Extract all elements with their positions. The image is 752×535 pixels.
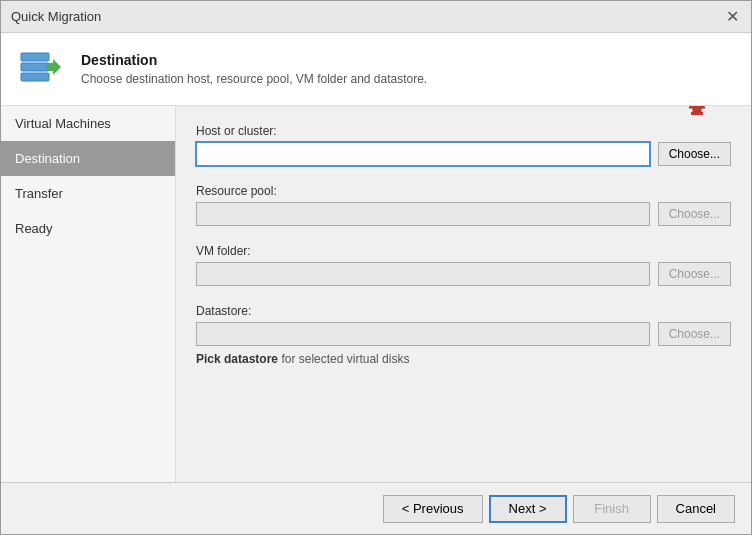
sidebar-item-transfer[interactable]: Transfer [1, 176, 175, 211]
dialog-title: Quick Migration [11, 9, 101, 24]
quick-migration-dialog: Quick Migration ✕ Destination Choose des… [0, 0, 752, 535]
hint-text: Pick datastore for selected virtual disk… [196, 352, 731, 366]
svg-rect-2 [21, 73, 49, 81]
datastore-label: Datastore: [196, 304, 731, 318]
svg-marker-4 [689, 106, 705, 112]
datastore-input[interactable] [196, 322, 650, 346]
resource-pool-row: Choose... [196, 202, 731, 226]
resource-pool-group: Resource pool: Choose... [196, 184, 731, 226]
svg-rect-5 [691, 112, 703, 115]
hint-bold: Pick datastore [196, 352, 278, 366]
previous-button[interactable]: < Previous [383, 495, 483, 523]
sidebar-item-ready[interactable]: Ready [1, 211, 175, 246]
resource-pool-input[interactable] [196, 202, 650, 226]
header-text: Destination Choose destination host, res… [81, 52, 427, 86]
svg-rect-0 [21, 53, 49, 61]
host-cluster-group: Host or cluster: Choose... [196, 124, 731, 166]
datastore-row: Choose... [196, 322, 731, 346]
datastore-group: Datastore: Choose... Pick datastore for … [196, 304, 731, 366]
download-arrow-icon [663, 106, 731, 120]
sidebar: Virtual Machines Destination Transfer Re… [1, 106, 176, 482]
title-bar: Quick Migration ✕ [1, 1, 751, 33]
cancel-button[interactable]: Cancel [657, 495, 735, 523]
vm-folder-group: VM folder: Choose... [196, 244, 731, 286]
footer: < Previous Next > Finish Cancel [1, 482, 751, 534]
hint-normal: for selected virtual disks [278, 352, 409, 366]
host-cluster-choose-button[interactable]: Choose... [658, 142, 731, 166]
header-section: Destination Choose destination host, res… [1, 33, 751, 106]
sidebar-item-virtual-machines[interactable]: Virtual Machines [1, 106, 175, 141]
finish-button[interactable]: Finish [573, 495, 651, 523]
vm-folder-input[interactable] [196, 262, 650, 286]
header-description: Choose destination host, resource pool, … [81, 72, 427, 86]
next-button[interactable]: Next > [489, 495, 567, 523]
resource-pool-label: Resource pool: [196, 184, 731, 198]
svg-marker-3 [47, 59, 61, 75]
header-title: Destination [81, 52, 427, 68]
svg-rect-1 [21, 63, 49, 71]
content-area: Virtual Machines Destination Transfer Re… [1, 106, 751, 482]
sidebar-item-destination[interactable]: Destination [1, 141, 175, 176]
host-cluster-label: Host or cluster: [196, 124, 731, 138]
host-cluster-row: Choose... [196, 142, 731, 166]
host-cluster-input[interactable] [196, 142, 650, 166]
vm-folder-choose-button[interactable]: Choose... [658, 262, 731, 286]
vm-folder-row: Choose... [196, 262, 731, 286]
datastore-choose-button[interactable]: Choose... [658, 322, 731, 346]
vm-folder-label: VM folder: [196, 244, 731, 258]
close-button[interactable]: ✕ [724, 9, 741, 25]
migration-icon [17, 45, 65, 93]
main-content: Host or cluster: Choose... Resource pool… [176, 106, 751, 482]
resource-pool-choose-button[interactable]: Choose... [658, 202, 731, 226]
